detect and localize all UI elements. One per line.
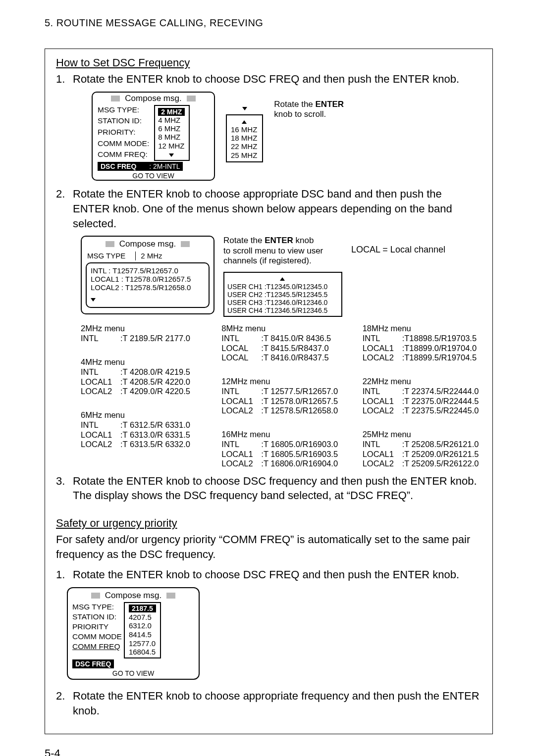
ch-line: LOCAL2 : T12578.5/R12658.0 xyxy=(91,283,205,292)
compose-window-1: Compose msg. MSG TYPE: STATION ID: PRIOR… xyxy=(92,92,215,181)
square-icon xyxy=(166,593,175,599)
f1-l3: COMM MODE: xyxy=(98,139,151,150)
menu-row: LOCAL1:T18899.0/R19704.0 xyxy=(363,344,482,353)
menu-row: LOCAL1:T 4208.5/R 4220.0 xyxy=(81,377,200,387)
ch-line: INTL : T12577.5/R12657.0 xyxy=(91,266,205,275)
triangle-up-icon xyxy=(242,120,247,124)
menu-row: INTL:T 22374.5/R22444.0 xyxy=(363,387,482,396)
square-icon xyxy=(181,241,190,247)
fig1-note: Rotate the ENTER knob to scroll. xyxy=(274,100,344,120)
mhz-popup-2: 16 MHZ 18 MHZ 22 MHZ 25 MHZ xyxy=(226,101,263,162)
menu-row: INTL:T 8415.0/R 8436.5 xyxy=(221,334,340,343)
square-icon xyxy=(111,96,120,101)
f3-l1: STATION ID: xyxy=(72,612,122,622)
f3-l0: MSG TYPE: xyxy=(72,602,122,612)
menu-row: LOCAL2:T 16806.0/R16904.0 xyxy=(221,459,340,468)
popup-item: 25 MHZ xyxy=(231,151,257,159)
dsc-freq-sel: DSC FREQ xyxy=(72,659,114,668)
menu-row: LOCAL:T 8416.0/R8437.5 xyxy=(221,353,340,362)
compose-title: Compose msg. xyxy=(125,94,181,103)
popup-item: 16804.5 xyxy=(129,648,156,656)
popup-item: 18 MHZ xyxy=(231,134,257,142)
compose-window-3: Compose msg. MSG TYPE: STATION ID: PRIOR… xyxy=(67,587,200,680)
user-ch: USER CH4 :T12346.5/R12346.5 xyxy=(227,306,337,314)
fig2-note: Rotate the ENTER knob to scroll menu to … xyxy=(223,236,342,266)
bar-right: 2 MHz xyxy=(141,252,170,260)
compose-title: Compose msg. xyxy=(105,591,161,601)
menu-title: 16MHz menu xyxy=(221,430,340,439)
popup-item: 12577.0 xyxy=(129,639,156,648)
menu-row: INTL:T 25208.5/R26121.0 xyxy=(363,440,482,449)
menu-title: 8MHz menu xyxy=(221,324,340,333)
freq-popup: 2187.5 4207.5 6312.0 8414.5 12577.0 1680… xyxy=(124,602,161,658)
step-number: 3. xyxy=(56,474,73,503)
menu-row: INTL:T 12577.5/R12657.0 xyxy=(221,387,340,396)
user-ch: USER CH1 :T12345.0/R12345.0 xyxy=(227,283,337,291)
menu-row: LOCAL2:T 4209.0/R 4220.5 xyxy=(81,387,200,396)
popup-sel: 2187.5 xyxy=(129,605,156,612)
menu-row: INTL:T 4208.0/R 4219.5 xyxy=(81,367,200,377)
menu-row: LOCAL1:T 12578.0/R12657.5 xyxy=(221,397,340,406)
menu-row: LOCAL2:T 22375.5/R22445.0 xyxy=(363,406,482,415)
bar-left: MSG TYPE xyxy=(87,252,133,260)
popup-item: 6 MHZ xyxy=(158,124,185,133)
popup-item: 4207.5 xyxy=(129,613,156,622)
field-labels: MSG TYPE: STATION ID: PRIORITY: COMM MOD… xyxy=(98,105,151,161)
menu-row: INTL:T 6312.5/R 6331.0 xyxy=(81,420,200,430)
arrow-down-icon xyxy=(242,107,247,110)
menu-title: 12MHz menu xyxy=(221,377,340,386)
user-ch: USER CH2 :T12345.5/R12345.5 xyxy=(227,291,337,299)
content-frame: How to Set DSC Frequency 1. Rotate the E… xyxy=(45,49,493,734)
safety-title: Safety or urgency priority xyxy=(56,517,482,530)
go-to-view: GO TO VIEW xyxy=(93,172,214,180)
step-a1: 1. Rotate the ENTER knob to choose DSC F… xyxy=(56,72,482,87)
menu-row: INTL:T 2189.5/R 2177.0 xyxy=(81,334,200,343)
inner-channel-list: INTL : T12577.5/R12657.0 LOCAL1 : T12578… xyxy=(86,262,210,308)
popup-item: 8414.5 xyxy=(129,630,156,639)
mhz-popup-1: 2 MHZ 4 MHZ 6 MHZ 8 MHZ 12 MHZ xyxy=(154,105,190,161)
popup-item: 4 MHZ xyxy=(158,116,185,124)
square-icon xyxy=(91,593,100,599)
step-number: 1. xyxy=(56,72,73,87)
menu-row: LOCAL2:T18899.5/R19704.5 xyxy=(363,353,482,362)
step-text: Rotate the ENTER knob to choose DSC freq… xyxy=(73,474,482,503)
menu-title: 6MHz menu xyxy=(81,410,200,420)
f3-l4: COMM FREQ xyxy=(72,642,122,652)
safety-intro: For safety and/or urgency priority “COMM… xyxy=(56,532,482,561)
f3-l2: PRIORITY xyxy=(72,622,122,632)
local-note: LOCAL = Local channel xyxy=(351,245,445,255)
f1-l0: MSG TYPE: xyxy=(98,105,151,116)
popup-item: 22 MHZ xyxy=(231,142,257,151)
menu-title: 25MHz menu xyxy=(363,430,482,439)
triangle-down-icon xyxy=(169,153,174,157)
compose-title: Compose msg. xyxy=(119,239,176,249)
menu-row: LOCAL:T 8415.5/R8437.0 xyxy=(221,344,340,353)
menu-title: 22MHz menu xyxy=(363,377,482,386)
step-number: 2. xyxy=(56,187,73,231)
step-number: 2. xyxy=(56,689,73,718)
menu-row: LOCAL2:T 12578.5/R12658.0 xyxy=(221,406,340,415)
menu-row: LOCAL2:T 25209.5/R26122.0 xyxy=(363,459,482,468)
f1-l4: COMM FREQ: xyxy=(98,150,151,161)
menu-row: INTL:T18898.5/R19703.5 xyxy=(363,334,482,343)
menu-row: LOCAL1:T 22375.0/R22444.5 xyxy=(363,397,482,406)
dsc-freq-sel: DSC FREQ : 2M-INTL xyxy=(98,162,183,171)
menu-title: 4MHz menu xyxy=(81,357,200,367)
step-number: 1. xyxy=(56,567,73,582)
step-b1: 1. Rotate the ENTER knob to choose DSC F… xyxy=(56,567,482,582)
step-text: Rotate the ENTER knob to choose DSC FREQ… xyxy=(73,72,482,87)
menu-title: 18MHz menu xyxy=(363,324,482,333)
menu-row: LOCAL1:T 6313.0/R 6331.5 xyxy=(81,430,200,440)
user-ch: USER CH3 :T12346.0/R12346.0 xyxy=(227,299,337,306)
square-icon xyxy=(187,96,196,101)
compose-window-2: Compose msg. MSG TYPE 2 MHz INTL : T1257… xyxy=(81,236,214,314)
square-icon xyxy=(106,241,114,247)
step-b2: 2. Rotate the ENTER knob to choose appro… xyxy=(56,689,482,718)
triangle-down-icon xyxy=(91,298,96,302)
step-text: Rotate the ENTER knob to choose DSC FREQ… xyxy=(73,567,482,582)
popup-item: 8 MHZ xyxy=(158,133,185,141)
step-a3: 3. Rotate the ENTER knob to choose DSC f… xyxy=(56,474,482,503)
section-title: How to Set DSC Frequency xyxy=(56,56,482,69)
triangle-up-icon xyxy=(280,277,285,281)
popup-item: 12 MHZ xyxy=(158,142,185,150)
